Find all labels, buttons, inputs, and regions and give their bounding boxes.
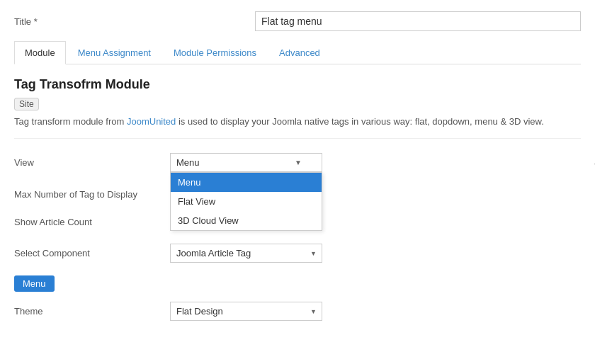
desc-post: is used to display your Joomla native ta… — [176, 116, 544, 127]
joomunited-link[interactable]: JoomUnited — [127, 116, 176, 127]
title-row: Title * — [14, 11, 581, 31]
select-component-row: Select Component Joomla Article Tag — [14, 244, 581, 263]
tabs-container: Module Menu Assignment Module Permission… — [14, 41, 581, 64]
title-label: Title * — [14, 16, 57, 27]
theme-label: Theme — [14, 302, 170, 317]
select-component-label: Select Component — [14, 244, 170, 258]
view-label: View — [14, 153, 170, 168]
module-title: Tag Transofrm Module — [14, 77, 581, 92]
theme-control: Flat Design — [170, 302, 326, 321]
tab-module[interactable]: Module — [14, 41, 66, 64]
module-description: Tag transform module from JoomUnited is … — [14, 116, 581, 139]
view-option-menu[interactable]: Menu — [171, 173, 322, 192]
view-control: Menu ▼ Menu Flat View 3D Cloud View — [170, 153, 326, 172]
desc-pre: Tag transform module from — [14, 116, 127, 127]
tab-module-permissions[interactable]: Module Permissions — [163, 41, 267, 64]
view-row: View Menu ▼ Menu Flat View 3D Cloud View… — [14, 153, 581, 172]
component-select-wrapper[interactable]: Joomla Article Tag — [170, 244, 322, 263]
view-select-box[interactable]: Menu ▼ — [170, 153, 322, 172]
theme-select-wrapper[interactable]: Flat Design — [170, 302, 322, 321]
tab-menu-assignment[interactable]: Menu Assignment — [67, 41, 162, 64]
module-content: Tag Transofrm Module Site Tag transform … — [14, 77, 581, 321]
view-option-3d[interactable]: 3D Cloud View — [171, 211, 322, 230]
tab-advanced[interactable]: Advanced — [268, 41, 331, 64]
max-tags-label: Max Number of Tag to Display — [14, 185, 170, 200]
menu-badge: Menu — [14, 275, 55, 292]
view-select-display[interactable]: Menu ▼ Menu Flat View 3D Cloud View — [170, 153, 322, 172]
view-dropdown-menu: Menu Flat View 3D Cloud View — [170, 172, 322, 231]
view-select-arrow: ▼ — [295, 159, 302, 166]
select-component-control: Joomla Article Tag — [170, 244, 326, 263]
component-select[interactable]: Joomla Article Tag — [170, 244, 322, 263]
theme-row: Theme Flat Design — [14, 302, 581, 321]
show-article-count-label: Show Article Count — [14, 212, 170, 227]
view-option-flat[interactable]: Flat View — [171, 192, 322, 211]
site-badge: Site — [14, 98, 39, 110]
title-input[interactable] — [255, 11, 581, 31]
theme-select[interactable]: Flat Design — [170, 302, 322, 321]
view-selected-value: Menu — [176, 157, 200, 168]
